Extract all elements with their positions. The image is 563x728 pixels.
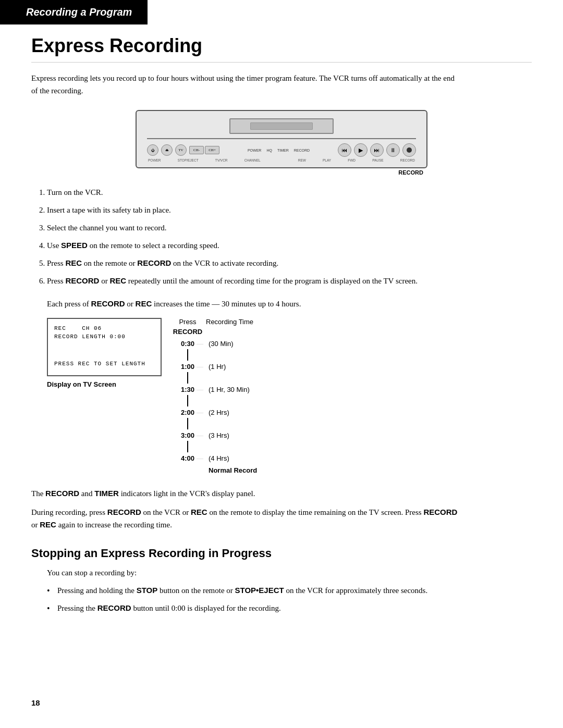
para-during-recording: During recording, press RECORD on the VC… <box>31 506 459 531</box>
vcr-diagram-container: ⏻ ⏏ TV CH- CH+ POWER HQ TIMER RECORD <box>31 110 532 176</box>
tv-3-00: 3:00 — <box>172 429 203 441</box>
label-play: PLAY <box>323 158 331 162</box>
tv-line-2: RECORD LENGTH 0:00 <box>54 334 154 340</box>
record-bold-6: RECORD <box>65 276 99 285</box>
time-vals-col: 0:30 — 1:00 — 1:30 — <box>172 338 203 464</box>
desc-2-00: (2 Hrs) <box>209 406 257 418</box>
rec-bold-6: REC <box>109 276 126 285</box>
vline-1 <box>187 349 188 361</box>
label-record: RECORD <box>400 158 415 162</box>
intro-paragraph: Express recording lets you record up to … <box>31 72 459 97</box>
label-rew: REW <box>298 158 306 162</box>
cassette-slot <box>250 122 313 130</box>
vcr-button-labels: POWER STOP/EJECT TV/VCR CHANNEL REW PLAY… <box>147 158 416 162</box>
vcr-diagram: ⏻ ⏏ TV CH- CH+ POWER HQ TIMER RECORD <box>136 110 427 168</box>
vcr-cassette-area <box>147 118 416 134</box>
header-banner: Recording a Program <box>0 0 148 24</box>
label-power: POWER <box>148 158 161 162</box>
cassette-door <box>229 118 334 134</box>
record-bold-para2b: RECORD <box>423 508 457 516</box>
table-headers: Press Recording Time <box>172 318 257 326</box>
label-fwd: FWD <box>348 158 356 162</box>
th-record-bold: RECORD <box>172 328 203 336</box>
press-record-col: 0:30 — 1:00 — 1:30 — <box>172 338 203 464</box>
steps-list: Turn on the VCR. Insert a tape with its … <box>47 186 474 287</box>
vline-2 <box>187 372 188 384</box>
play-button: ▶ <box>354 143 368 157</box>
channel-down: CH- <box>189 146 204 154</box>
tv-screen-caption: Display on TV Screen <box>47 380 116 388</box>
para-record-timer: The RECORD and TIMER indicators light in… <box>31 487 459 500</box>
record-arrow-label: RECORD <box>398 169 427 176</box>
desc-0-30: (30 Min) <box>209 338 257 349</box>
dash-2-00: — <box>197 408 203 416</box>
vcr-controls-row: ⏻ ⏏ TV CH- CH+ POWER HQ TIMER RECORD <box>147 138 416 157</box>
vcr-display-indicators: POWER HQ TIMER RECORD <box>248 149 310 152</box>
desc-spacer-4 <box>209 418 257 429</box>
record-header-row: RECORD <box>172 328 257 336</box>
stop-intro: You can stop a recording by: <box>47 566 532 579</box>
time-table-section: Press Recording Time RECORD 0:30 <box>172 318 257 474</box>
record-button <box>402 143 416 157</box>
stop-bullets: Pressing and holding the STOP button on … <box>47 584 532 614</box>
dash-1-00: — <box>197 362 203 371</box>
tv-0-30: 0:30 — <box>172 338 203 349</box>
bullet-1: Pressing and holding the STOP button on … <box>47 584 532 597</box>
recording-diagram: REC CH 06 RECORD LENGTH 0:00 PRESS REC T… <box>47 318 532 474</box>
pause-button: ⏸ <box>386 143 400 157</box>
label-channel: CHANNEL <box>244 158 261 162</box>
step-4: Use SPEED on the remote to select a reco… <box>47 239 474 252</box>
desc-3-00: (3 Hrs) <box>209 429 257 441</box>
desc-1-00: (1 Hr) <box>209 361 257 372</box>
hq-indicator: HQ <box>266 149 272 152</box>
label-pause: PAUSE <box>372 158 384 162</box>
record-indicator: RECORD <box>294 149 310 152</box>
step-2: Insert a tape with its safety tab in pla… <box>47 204 474 216</box>
stop-bold: STOP <box>137 586 158 595</box>
desc-1-30: (1 Hr, 30 Min) <box>209 384 257 395</box>
dash-3-00: — <box>197 431 203 439</box>
power-button: ⏻ <box>147 144 158 156</box>
dash-1-30: — <box>197 385 203 393</box>
rew-button: ⏮ <box>338 143 351 157</box>
speed-bold: SPEED <box>61 241 88 250</box>
record-bold-bullet2: RECORD <box>97 603 131 612</box>
each-press-text: Each press of RECORD or REC increases th… <box>47 298 474 310</box>
tv-1-30: 1:30 — <box>172 384 203 395</box>
page-number: 18 <box>31 698 40 707</box>
bullet-2: Pressing the RECORD button until 0:00 is… <box>47 602 532 614</box>
tv-1-00: 1:00 — <box>172 361 203 372</box>
time-entries-row: 0:30 — 1:00 — 1:30 — <box>172 338 257 474</box>
desc-spacer-1 <box>209 349 257 361</box>
vcr-transport-controls: ⏮ ▶ ⏭ ⏸ <box>338 143 416 157</box>
label-tvvcr: TV/VCR <box>215 158 228 162</box>
time-descs-col: (30 Min) (1 Hr) (1 Hr, 30 Min) (2 Hrs) (… <box>203 338 257 474</box>
tv-2-00: 2:00 — <box>172 406 203 418</box>
time-1-30: 1:30 <box>181 386 194 393</box>
channel-buttons: CH- CH+ <box>189 146 219 154</box>
vline-3 <box>187 395 188 406</box>
th-recording-time: Recording Time <box>206 318 253 326</box>
time-3-00: 3:00 <box>181 431 194 439</box>
record-bold-each: RECORD <box>91 299 125 308</box>
th-recording: Recording Time <box>206 318 253 326</box>
rec-bold-para2: REC <box>191 508 207 516</box>
step-3: Select the channel you want to record. <box>47 221 474 234</box>
rec-bold-para2b: REC <box>40 520 56 529</box>
dash-0-30: — <box>197 339 203 348</box>
rec-bold-each: REC <box>136 299 152 308</box>
time-1-00: 1:00 <box>181 363 194 371</box>
power-indicator: POWER <box>248 149 261 152</box>
time-4-00: 4:00 <box>181 454 194 462</box>
tv-screen-box: REC CH 06 RECORD LENGTH 0:00 PRESS REC T… <box>47 318 162 376</box>
timer-bold-para1: TIMER <box>94 489 119 498</box>
time-0-30: 0:30 <box>181 340 194 348</box>
record-bold-para1: RECORD <box>45 489 79 498</box>
desc-spacer-2 <box>209 372 257 384</box>
page-title: Express Recording <box>31 35 532 63</box>
th-press: Press <box>172 318 203 326</box>
label-stopeject: STOP/EJECT <box>178 158 199 162</box>
step-6: Press RECORD or REC repeatedly until the… <box>47 275 474 287</box>
step-1: Turn on the VCR. <box>47 186 474 199</box>
time-2-00: 2:00 <box>181 409 194 416</box>
